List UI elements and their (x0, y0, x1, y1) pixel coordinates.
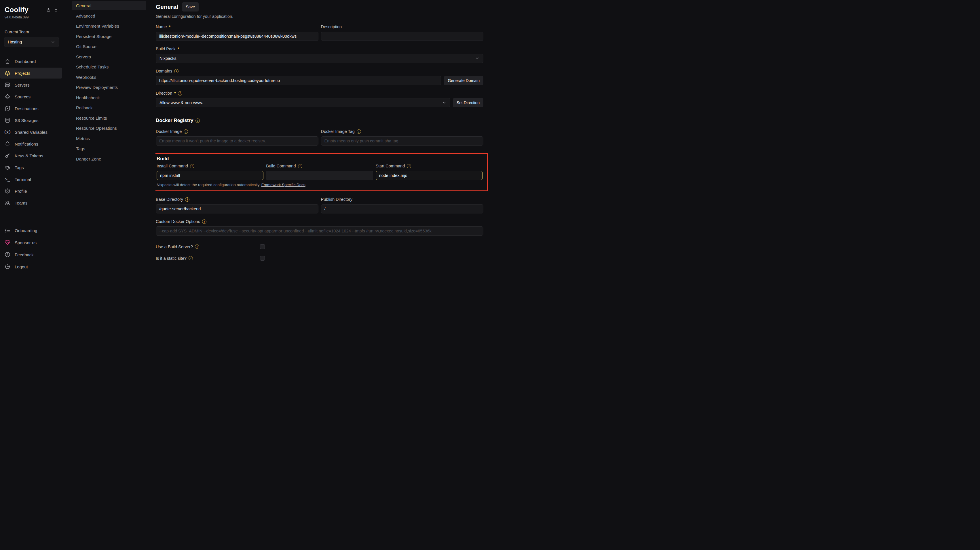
current-team-label: Current Team (5, 30, 59, 34)
start-command-input[interactable] (376, 171, 482, 180)
domains-input[interactable] (156, 76, 441, 85)
settings-tab-servers[interactable]: Servers (72, 52, 146, 62)
sidebar-nav: Dashboard Projects Servers Sources Desti… (0, 56, 63, 208)
page-title: General (156, 3, 178, 10)
direction-value: Allow www & non-www. (159, 100, 203, 105)
chevron-down-icon (51, 40, 55, 44)
settings-tab-tags[interactable]: Tags (72, 144, 146, 153)
build-command-input[interactable] (266, 171, 373, 180)
heart-handshake-icon (4, 239, 11, 246)
sidebar-item-servers[interactable]: Servers (0, 79, 62, 90)
settings-tab-danger-zone[interactable]: Danger Zone (72, 154, 146, 164)
chevron-down-icon (442, 100, 447, 105)
publish-directory-label: Publish Directory (321, 197, 484, 202)
sidebar-footer: Onboarding Sponsor us Feedback Logout (0, 225, 63, 271)
domains-label: Domainsi (156, 69, 484, 73)
info-icon[interactable]: i (178, 91, 182, 95)
base-directory-input[interactable] (156, 204, 318, 214)
info-icon[interactable]: i (298, 164, 302, 168)
name-input[interactable] (156, 32, 318, 41)
app-sidebar: Coolify v4.0.0-beta.399 Current Team Hos… (0, 0, 63, 275)
sidebar-item-dashboard[interactable]: Dashboard (0, 56, 62, 67)
settings-tab-metrics[interactable]: Metrics (72, 134, 146, 143)
settings-tab-preview-deployments[interactable]: Preview Deployments (72, 82, 146, 92)
build-command-label: Build Commandi (266, 164, 373, 168)
logout-icon (4, 263, 11, 270)
use-build-server-checkbox[interactable] (260, 244, 265, 249)
users-icon (4, 200, 11, 206)
direction-select[interactable]: Allow www & non-www. (156, 98, 450, 107)
static-site-label: Is it a static site?i (156, 256, 260, 261)
settings-tab-rollback[interactable]: Rollback (72, 103, 146, 113)
sidebar-item-label: Terminal (15, 177, 31, 182)
set-direction-button[interactable]: Set Direction (453, 98, 484, 107)
settings-tab-advanced[interactable]: Advanced (72, 11, 146, 21)
sidebar-item-label: Teams (15, 200, 27, 205)
sidebar-item-shared-variables[interactable]: (x) Shared Variables (0, 127, 62, 138)
required-asterisk: * (169, 24, 171, 29)
info-icon[interactable]: i (195, 244, 199, 249)
layers-icon (4, 70, 11, 76)
sidebar-item-projects[interactable]: Projects (0, 68, 62, 79)
settings-tab-general[interactable]: General (72, 1, 146, 10)
git-icon (4, 94, 11, 100)
static-site-checkbox[interactable] (260, 256, 265, 261)
theme-sun-icon[interactable] (46, 8, 51, 13)
settings-tab-resource-limits[interactable]: Resource Limits (72, 113, 146, 123)
database-icon (4, 117, 11, 124)
save-button[interactable]: Save (182, 2, 199, 11)
framework-docs-link[interactable]: Framework Specific Docs (261, 183, 305, 187)
required-asterisk: * (178, 47, 179, 51)
settings-tab-git-source[interactable]: Git Source (72, 42, 146, 51)
settings-tab-resource-operations[interactable]: Resource Operations (72, 124, 146, 133)
theme-selector-icon[interactable] (54, 8, 59, 13)
info-icon[interactable]: i (185, 197, 189, 202)
info-icon[interactable]: i (189, 256, 193, 260)
settings-tab-healthcheck[interactable]: Healthcheck (72, 93, 146, 102)
info-icon[interactable]: i (174, 69, 178, 73)
build-pack-value: Nixpacks (159, 56, 177, 61)
sidebar-item-feedback[interactable]: Feedback (0, 250, 62, 260)
map-icon (4, 105, 11, 112)
info-icon[interactable]: i (184, 130, 188, 134)
install-command-label: Install Commandi (157, 164, 263, 168)
sidebar-item-sponsor-us[interactable]: Sponsor us (0, 238, 62, 247)
required-asterisk: * (174, 91, 176, 95)
settings-tab-environment-variables[interactable]: Environment Variables (72, 21, 146, 31)
team-select-value: Hosting (8, 40, 22, 44)
sidebar-item-logout[interactable]: Logout (0, 262, 62, 271)
tags-icon (4, 164, 11, 171)
docker-image-tag-input[interactable] (321, 136, 484, 146)
sidebar-item-onboarding[interactable]: Onboarding (0, 225, 62, 235)
description-input[interactable] (321, 32, 484, 41)
settings-tab-webhooks[interactable]: Webhooks (72, 73, 146, 82)
sidebar-item-destinations[interactable]: Destinations (0, 103, 62, 114)
custom-docker-options-input[interactable] (156, 227, 484, 236)
docker-image-input[interactable] (156, 136, 318, 146)
info-icon[interactable]: i (407, 164, 411, 168)
sidebar-item-label: Servers (15, 82, 30, 87)
publish-directory-input[interactable] (321, 204, 484, 214)
settings-tab-scheduled-tasks[interactable]: Scheduled Tasks (72, 62, 146, 71)
sidebar-item-s3-storages[interactable]: S3 Storages (0, 115, 62, 126)
settings-tab-persistent-storage[interactable]: Persistent Storage (72, 32, 146, 41)
generate-domain-button[interactable]: Generate Domain (444, 76, 484, 85)
info-icon[interactable]: i (196, 119, 200, 123)
sidebar-item-tags[interactable]: Tags (0, 162, 62, 173)
sidebar-item-sources[interactable]: Sources (0, 91, 62, 102)
team-select[interactable]: Hosting (4, 37, 59, 47)
info-icon[interactable]: i (202, 219, 207, 224)
info-icon[interactable]: i (190, 164, 194, 168)
sidebar-item-label: Sponsor us (15, 240, 37, 245)
sidebar-item-teams[interactable]: Teams (0, 197, 62, 208)
docker-image-tag-label: Docker Image Tagi (321, 129, 484, 134)
direction-label: Direction*i (156, 91, 484, 95)
sidebar-item-profile[interactable]: Profile (0, 185, 62, 197)
sidebar-item-terminal[interactable]: >_ Terminal (0, 174, 62, 185)
base-directory-label: Base Directoryi (156, 197, 318, 202)
build-pack-select[interactable]: Nixpacks (156, 54, 484, 63)
info-icon[interactable]: i (357, 130, 361, 134)
install-command-input[interactable] (157, 171, 263, 180)
sidebar-item-notifications[interactable]: Notifications (0, 138, 62, 149)
sidebar-item-keys-tokens[interactable]: Keys & Tokens (0, 150, 62, 161)
